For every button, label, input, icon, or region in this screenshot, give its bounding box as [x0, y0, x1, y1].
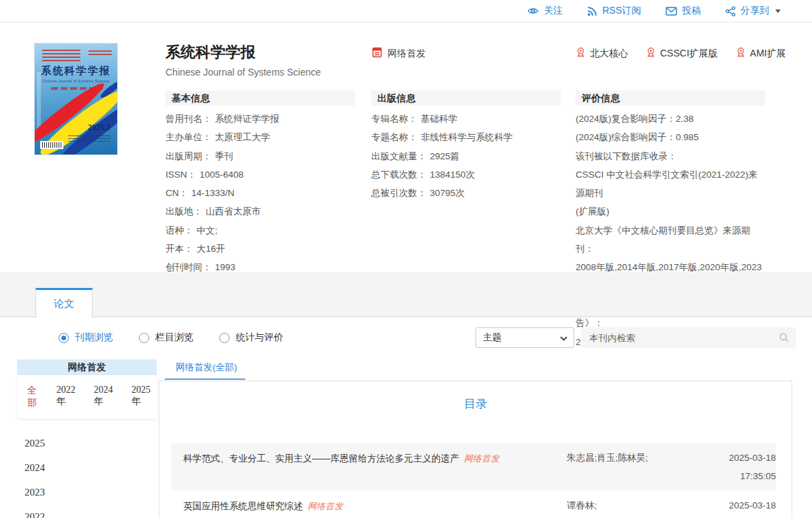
info-value: 1384150次	[430, 169, 475, 180]
year-item[interactable]: 2025	[17, 431, 157, 455]
year-item[interactable]: 2022	[17, 504, 157, 518]
quick-filter-item[interactable]: 2025年	[131, 385, 157, 409]
top-toolbar: 关注 RSS订阅 投稿 分享到	[0, 0, 812, 22]
browse-mode-option[interactable]: 刊期浏览	[59, 331, 113, 344]
article-title: 英国应用性系统思维研究综述	[183, 501, 303, 511]
search-field-value: 主题	[483, 331, 501, 344]
journal-badge: AMI扩展	[736, 47, 786, 60]
info-label: 曾用刊名：	[166, 114, 212, 124]
journal-badge: CSSCI扩展版	[646, 47, 718, 60]
medal-icon	[736, 47, 746, 60]
info-row: CN：14-1333/N	[166, 184, 355, 202]
journal-cover-image: 系统科学学报 Chinese Journal of Systems Scienc…	[34, 43, 118, 155]
basic-info-section: 基本信息 曾用刊名：系统辩证学学报 主办单位：太原理工大学 出版周期：季刊 IS…	[166, 91, 355, 293]
article-title-link[interactable]: 英国应用性系统思维研究综述网络首发	[183, 496, 567, 513]
article-list-panel: 目录 科学范式、专业分工、实用主义——库恩留给方法论多元主义的遗产网络首发 朱志…	[159, 381, 792, 518]
search-input[interactable]	[581, 333, 779, 343]
online-first-flag: 网络首发	[372, 47, 426, 60]
info-row: 语种：中文;	[166, 221, 355, 240]
rss-label: RSS订阅	[602, 5, 641, 17]
info-row: 专辑名称：基础科学	[371, 110, 561, 128]
info-row: 出版文献量：2925篇	[371, 147, 561, 165]
info-row: 开本：大16开	[166, 240, 355, 258]
info-label: 语种：	[166, 225, 193, 236]
online-first-tag: 网络首发	[308, 501, 343, 511]
rss-button[interactable]: RSS订阅	[587, 5, 641, 17]
browse-mode-group: 刊期浏览 栏目浏览 统计与评价	[59, 331, 283, 344]
quick-filter-item[interactable]: 全部	[27, 385, 44, 409]
info-value: 山西省太原市	[206, 206, 261, 216]
basic-info-rows: 曾用刊名：系统辩证学学报 主办单位：太原理工大学 出版周期：季刊 ISSN：10…	[166, 110, 355, 277]
year-item[interactable]: 2024	[17, 455, 157, 480]
journal-title: 系统科学学报	[166, 42, 255, 63]
info-value: 大16开	[197, 244, 225, 254]
info-label: 总下载次数：	[371, 169, 426, 180]
publish-info-rows: 专辑名称：基础科学 专题名称：非线性科学与系统科学 出版文献量：2925篇 总下…	[371, 110, 561, 202]
article-list: 科学范式、专业分工、实用主义——库恩留给方法论多元主义的遗产网络首发 朱志昌;肖…	[171, 443, 776, 518]
year-item[interactable]: 2023	[17, 480, 157, 504]
tab-underline	[165, 378, 245, 380]
search-icon[interactable]	[779, 332, 790, 343]
online-first-tag: 网络首发	[464, 453, 499, 464]
chevron-down-icon	[775, 10, 781, 13]
evaluation-line: 该刊被以下数据库收录：	[576, 147, 765, 165]
contribute-label: 投稿	[682, 5, 701, 17]
info-value: 季刊	[215, 151, 234, 161]
article-date-time: 17:35:05	[711, 467, 776, 485]
info-value: 非线性科学与系统科学	[421, 132, 513, 142]
info-row: 主办单位：太原理工大学	[166, 128, 355, 146]
evaluation-line: 北京大学《中文核心期刊要目总览》来源期刊：	[576, 221, 765, 259]
journal-search-box	[581, 327, 796, 348]
tab-papers[interactable]: 论文	[35, 288, 93, 318]
cover-subtitle: Chinese Journal of Systems Science	[35, 79, 117, 83]
browse-mode-option[interactable]: 栏目浏览	[139, 331, 193, 344]
info-value: 1005-6408	[200, 169, 244, 180]
publish-info-header: 出版信息	[371, 91, 561, 106]
article-authors: 谭春林;	[567, 496, 711, 512]
info-row: 专题名称：非线性科学与系统科学	[371, 128, 561, 146]
evaluation-line: (2024版)综合影响因子：0.985	[576, 128, 765, 146]
article-title-link[interactable]: 科学范式、专业分工、实用主义——库恩留给方法论多元主义的遗产网络首发	[183, 449, 567, 466]
info-label: 出版地：	[166, 206, 202, 216]
journal-title-en: Chinese Journal of Systems Science	[166, 67, 321, 78]
info-value: 基础科学	[421, 114, 458, 124]
badge-label: 北大核心	[590, 48, 628, 60]
info-value: 2925篇	[430, 151, 460, 161]
medal-icon	[646, 47, 656, 60]
article-date-day: 2025-03-18	[711, 449, 776, 467]
evaluation-line: (扩展版)	[576, 202, 765, 221]
info-label: 总被引次数：	[371, 188, 426, 198]
search-field-select[interactable]: 主题	[475, 327, 574, 348]
badge-label: AMI扩展	[750, 48, 786, 60]
contribute-button[interactable]: 投稿	[666, 5, 701, 17]
cover-decor-text	[89, 50, 112, 56]
info-label: 开本：	[166, 244, 193, 254]
journal-badges: 北大核心 CSSCI扩展版 AMI扩展	[576, 47, 786, 60]
tab-online-first-all[interactable]: 网络首发(全部)	[176, 361, 237, 374]
cover-barcode	[40, 141, 63, 149]
article-date: 2025-03-18 17:33:46	[711, 496, 776, 518]
share-button[interactable]: 分享到	[725, 5, 781, 17]
browse-mode-option[interactable]: 统计与评价	[219, 331, 283, 344]
browse-mode-label: 栏目浏览	[155, 331, 193, 344]
quick-filter-item[interactable]: 2022年	[57, 385, 82, 409]
online-first-label: 网络首发	[388, 48, 426, 60]
info-label: 出版文献量：	[371, 151, 426, 161]
quick-filter-item[interactable]: 2024年	[94, 385, 119, 409]
info-label: 创刊时间：	[166, 262, 212, 272]
share-icon	[725, 6, 736, 16]
cover-title: 系统科学学报	[35, 65, 117, 78]
article-title: 科学范式、专业分工、实用主义——库恩留给方法论多元主义的遗产	[183, 453, 459, 464]
badge-label: CSSCI扩展版	[660, 48, 718, 60]
info-label: CN：	[166, 188, 188, 198]
info-label: 专题名称：	[371, 132, 418, 142]
info-label: 主办单位：	[166, 132, 212, 142]
toc-title: 目录	[159, 396, 792, 412]
info-value: 14-1333/N	[191, 188, 234, 198]
info-row: 出版周期：季刊	[166, 147, 355, 165]
follow-button[interactable]: 关注	[527, 5, 563, 17]
year-list: 2025 2024 2023 2022 2021	[17, 431, 157, 518]
article-date-day: 2025-03-18	[711, 496, 776, 515]
journal-badge: 北大核心	[576, 47, 628, 60]
info-row: 总被引次数：30795次	[371, 184, 561, 202]
